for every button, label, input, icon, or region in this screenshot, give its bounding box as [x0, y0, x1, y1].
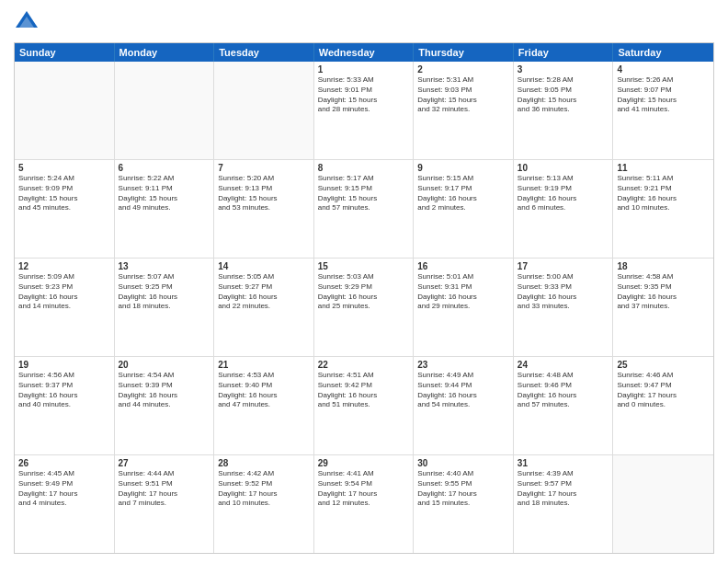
cell-text: Sunrise: 4:54 AM Sunset: 9:39 PM Dayligh…	[119, 371, 210, 410]
cell-text: Sunrise: 4:49 AM Sunset: 9:44 PM Dayligh…	[417, 371, 509, 410]
day-number: 12	[18, 261, 110, 271]
day-number: 13	[119, 261, 210, 271]
day-number: 1	[318, 64, 410, 75]
cell-text: Sunrise: 4:45 AM Sunset: 9:49 PM Dayligh…	[18, 469, 110, 509]
cell-text: Sunrise: 5:13 AM Sunset: 9:19 PM Dayligh…	[518, 174, 609, 213]
calendar-cell: 21Sunrise: 4:53 AM Sunset: 9:40 PM Dayli…	[214, 357, 314, 454]
day-number: 5	[18, 163, 110, 173]
cell-text: Sunrise: 5:15 AM Sunset: 9:17 PM Dayligh…	[417, 174, 509, 213]
calendar-header: SundayMondayTuesdayWednesdayThursdayFrid…	[15, 43, 713, 62]
cell-text: Sunrise: 4:51 AM Sunset: 9:42 PM Dayligh…	[318, 371, 410, 410]
day-number: 11	[617, 163, 710, 173]
calendar-row: 5Sunrise: 5:24 AM Sunset: 9:09 PM Daylig…	[15, 159, 713, 258]
cell-text: Sunrise: 5:01 AM Sunset: 9:31 PM Dayligh…	[417, 272, 509, 312]
day-number: 19	[18, 360, 110, 370]
cell-text: Sunrise: 4:44 AM Sunset: 9:51 PM Dayligh…	[119, 469, 210, 509]
day-number: 26	[18, 458, 110, 468]
day-number: 20	[119, 360, 210, 370]
calendar-cell: 26Sunrise: 4:45 AM Sunset: 9:49 PM Dayli…	[15, 455, 115, 553]
calendar-cell: 25Sunrise: 4:46 AM Sunset: 9:47 PM Dayli…	[613, 357, 713, 454]
day-number: 21	[218, 360, 310, 370]
day-number: 25	[617, 360, 710, 370]
calendar-cell: 10Sunrise: 5:13 AM Sunset: 9:19 PM Dayli…	[514, 160, 614, 258]
cell-text: Sunrise: 4:58 AM Sunset: 9:35 PM Dayligh…	[617, 272, 710, 312]
cell-text: Sunrise: 5:26 AM Sunset: 9:07 PM Dayligh…	[617, 75, 710, 115]
calendar-cell: 24Sunrise: 4:48 AM Sunset: 9:46 PM Dayli…	[514, 357, 614, 454]
calendar: SundayMondayTuesdayWednesdayThursdayFrid…	[14, 42, 714, 554]
day-number: 7	[218, 163, 310, 173]
day-number: 10	[518, 163, 609, 173]
day-number: 9	[417, 163, 509, 173]
header	[14, 9, 714, 35]
day-number: 24	[518, 360, 609, 370]
calendar-cell: 3Sunrise: 5:28 AM Sunset: 9:05 PM Daylig…	[514, 62, 614, 159]
calendar-cell: 14Sunrise: 5:05 AM Sunset: 9:27 PM Dayli…	[214, 259, 314, 356]
cell-text: Sunrise: 4:46 AM Sunset: 9:47 PM Dayligh…	[617, 371, 710, 410]
cell-text: Sunrise: 5:00 AM Sunset: 9:33 PM Dayligh…	[518, 272, 609, 312]
weekday-header: Saturday	[613, 43, 713, 62]
cell-text: Sunrise: 5:22 AM Sunset: 9:11 PM Dayligh…	[119, 174, 210, 213]
cell-text: Sunrise: 5:05 AM Sunset: 9:27 PM Dayligh…	[218, 272, 310, 312]
cell-text: Sunrise: 4:56 AM Sunset: 9:37 PM Dayligh…	[18, 371, 110, 410]
calendar-cell: 11Sunrise: 5:11 AM Sunset: 9:21 PM Dayli…	[613, 160, 713, 258]
weekday-header: Monday	[115, 43, 215, 62]
calendar-cell	[15, 62, 115, 159]
cell-text: Sunrise: 4:48 AM Sunset: 9:46 PM Dayligh…	[518, 371, 609, 410]
calendar-cell: 27Sunrise: 4:44 AM Sunset: 9:51 PM Dayli…	[115, 455, 215, 553]
page: SundayMondayTuesdayWednesdayThursdayFrid…	[0, 0, 728, 563]
cell-text: Sunrise: 4:39 AM Sunset: 9:57 PM Dayligh…	[518, 469, 609, 509]
cell-text: Sunrise: 5:03 AM Sunset: 9:29 PM Dayligh…	[318, 272, 410, 312]
calendar-cell: 4Sunrise: 5:26 AM Sunset: 9:07 PM Daylig…	[613, 62, 713, 159]
calendar-cell: 8Sunrise: 5:17 AM Sunset: 9:15 PM Daylig…	[314, 160, 415, 258]
day-number: 17	[518, 261, 609, 271]
weekday-header: Sunday	[15, 43, 115, 62]
cell-text: Sunrise: 4:40 AM Sunset: 9:55 PM Dayligh…	[417, 469, 509, 509]
cell-text: Sunrise: 5:28 AM Sunset: 9:05 PM Dayligh…	[518, 75, 609, 115]
logo	[14, 9, 43, 35]
day-number: 27	[119, 458, 210, 468]
day-number: 14	[218, 261, 310, 271]
day-number: 30	[417, 458, 509, 468]
weekday-header: Friday	[514, 43, 614, 62]
day-number: 6	[119, 163, 210, 173]
calendar-cell	[214, 62, 314, 159]
cell-text: Sunrise: 4:42 AM Sunset: 9:52 PM Dayligh…	[218, 469, 310, 509]
calendar-cell: 28Sunrise: 4:42 AM Sunset: 9:52 PM Dayli…	[214, 455, 314, 553]
calendar-cell: 17Sunrise: 5:00 AM Sunset: 9:33 PM Dayli…	[514, 259, 614, 356]
day-number: 28	[218, 458, 310, 468]
calendar-cell: 5Sunrise: 5:24 AM Sunset: 9:09 PM Daylig…	[15, 160, 115, 258]
calendar-cell: 12Sunrise: 5:09 AM Sunset: 9:23 PM Dayli…	[15, 259, 115, 356]
weekday-header: Thursday	[414, 43, 514, 62]
cell-text: Sunrise: 5:09 AM Sunset: 9:23 PM Dayligh…	[18, 272, 110, 312]
cell-text: Sunrise: 4:41 AM Sunset: 9:54 PM Dayligh…	[318, 469, 410, 509]
calendar-cell: 31Sunrise: 4:39 AM Sunset: 9:57 PM Dayli…	[514, 455, 614, 553]
calendar-row: 19Sunrise: 4:56 AM Sunset: 9:37 PM Dayli…	[15, 356, 713, 454]
calendar-cell: 29Sunrise: 4:41 AM Sunset: 9:54 PM Dayli…	[314, 455, 415, 553]
calendar-body: 1Sunrise: 5:33 AM Sunset: 9:01 PM Daylig…	[15, 62, 713, 553]
calendar-row: 1Sunrise: 5:33 AM Sunset: 9:01 PM Daylig…	[15, 62, 713, 159]
calendar-cell: 15Sunrise: 5:03 AM Sunset: 9:29 PM Dayli…	[314, 259, 415, 356]
day-number: 31	[518, 458, 609, 468]
day-number: 2	[417, 64, 509, 75]
cell-text: Sunrise: 5:07 AM Sunset: 9:25 PM Dayligh…	[119, 272, 210, 312]
cell-text: Sunrise: 4:53 AM Sunset: 9:40 PM Dayligh…	[218, 371, 310, 410]
calendar-cell: 2Sunrise: 5:31 AM Sunset: 9:03 PM Daylig…	[414, 62, 514, 159]
calendar-row: 26Sunrise: 4:45 AM Sunset: 9:49 PM Dayli…	[15, 454, 713, 553]
calendar-cell: 30Sunrise: 4:40 AM Sunset: 9:55 PM Dayli…	[414, 455, 514, 553]
calendar-cell: 13Sunrise: 5:07 AM Sunset: 9:25 PM Dayli…	[115, 259, 215, 356]
day-number: 18	[617, 261, 710, 271]
weekday-header: Wednesday	[314, 43, 415, 62]
calendar-cell: 23Sunrise: 4:49 AM Sunset: 9:44 PM Dayli…	[414, 357, 514, 454]
calendar-cell: 22Sunrise: 4:51 AM Sunset: 9:42 PM Dayli…	[314, 357, 415, 454]
calendar-cell	[115, 62, 215, 159]
cell-text: Sunrise: 5:33 AM Sunset: 9:01 PM Dayligh…	[318, 75, 410, 115]
day-number: 22	[318, 360, 410, 370]
day-number: 3	[518, 64, 609, 75]
day-number: 16	[417, 261, 509, 271]
calendar-cell: 16Sunrise: 5:01 AM Sunset: 9:31 PM Dayli…	[414, 259, 514, 356]
calendar-cell: 9Sunrise: 5:15 AM Sunset: 9:17 PM Daylig…	[414, 160, 514, 258]
logo-icon	[14, 9, 40, 35]
cell-text: Sunrise: 5:31 AM Sunset: 9:03 PM Dayligh…	[417, 75, 509, 115]
weekday-header: Tuesday	[214, 43, 314, 62]
day-number: 4	[617, 64, 710, 75]
